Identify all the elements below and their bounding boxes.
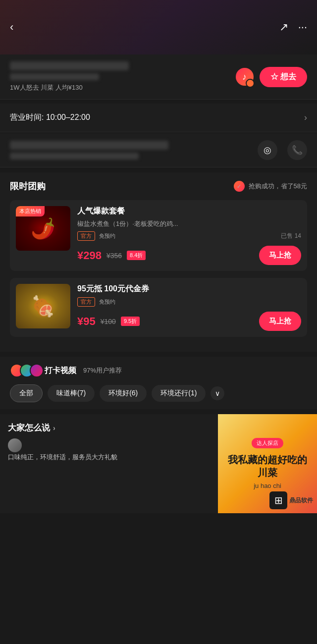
back-button[interactable]: ‹	[10, 21, 13, 34]
address-section: ◎ 📞	[0, 133, 317, 167]
comment-avatar	[8, 438, 22, 452]
comment-user-row	[8, 438, 210, 452]
price-row-1: ¥298 ¥356 8.4折	[77, 249, 146, 262]
more-button[interactable]: ···	[298, 21, 307, 34]
deal-name-2: 95元抵 100元代金券	[77, 284, 301, 294]
deal-content-1: 人气爆款套餐 椒盐水煮鱼（1份）·老板爱吃的鸡... 官方 免预约 已售 14 …	[77, 206, 301, 265]
restaurant-right: ♪ ☆ 想去	[236, 67, 307, 87]
group-buy-title: 限时团购	[10, 180, 46, 192]
group-buy-section: 限时团购 ✓ 抢购成功，省了58元 本店热销 人气爆款套餐 椒盐水煮鱼（1份）·…	[0, 172, 317, 352]
comment-text: 口味纯正，环境舒适，服务员大方礼貌	[8, 452, 210, 463]
restaurant-sub-info: 1W人怒去 川菜 人均¥130	[10, 83, 129, 92]
group-buy-subtitle-text: 抢购成功，省了58元	[249, 182, 307, 191]
deal-desc-1: 椒盐水煮鱼（1份）·老板爱吃的鸡...	[77, 219, 216, 228]
share-button[interactable]: ↗	[279, 21, 288, 34]
business-hours[interactable]: 营业时间: 10:00–22:00 ›	[0, 104, 317, 132]
food-photo-2	[16, 284, 70, 328]
original-price-2: ¥100	[101, 318, 116, 325]
address-line-2	[10, 153, 139, 160]
restaurant-left: 1W人怒去 川菜 人均¥130	[10, 61, 129, 92]
deal-item-1: 本店热销 人气爆款套餐 椒盐水煮鱼（1份）·老板爱吃的鸡... 官方 免预约 已…	[10, 200, 307, 271]
no-reserve-tag-2: 免预约	[99, 298, 115, 306]
current-price-2: ¥95	[77, 315, 96, 328]
group-buy-subtitle: ✓ 抢购成功，省了58元	[234, 181, 307, 192]
price-row-2: ¥95 ¥100 9.5折	[77, 315, 140, 328]
group-buy-header: 限时团购 ✓ 抢购成功，省了58元	[10, 180, 307, 192]
filter-dropdown-button[interactable]: ∨	[211, 386, 224, 400]
restaurant-name-blurred	[10, 61, 129, 70]
discount-badge-2: 9.5折	[121, 317, 140, 326]
navigation-icon: ◎	[264, 145, 271, 156]
discount-badge-1: 8.4折	[127, 251, 146, 260]
header-right-icons: ↗ ···	[279, 21, 307, 34]
navigation-button[interactable]: ◎	[258, 140, 277, 160]
original-price-1: ¥356	[106, 252, 122, 260]
filter-tab-taste[interactable]: 味道棒(7)	[48, 385, 95, 402]
hours-chevron-icon: ›	[304, 112, 307, 123]
comments-arrow-icon: ›	[53, 424, 55, 432]
video-thumb-sub-text: ju hao chi	[254, 482, 281, 489]
address-line-1	[10, 141, 168, 150]
restaurant-info: 1W人怒去 川菜 人均¥130 ♪ ☆ 想去	[0, 54, 317, 100]
deal-name-1: 人气爆款套餐	[77, 206, 301, 216]
address-left	[10, 141, 258, 160]
video-section-title: 打卡视频	[45, 366, 76, 376]
hours-text: 营业时间: 10:00–22:00	[10, 112, 90, 123]
recommend-pct: 97%用户推荐	[83, 366, 122, 375]
no-reserve-tag-1: 免预约	[99, 232, 115, 240]
comments-title: 大家怎么说 ›	[8, 422, 210, 433]
tiktok-icon: ♪	[242, 72, 247, 82]
deal-tags-1: 官方 免预约 已售 14	[77, 231, 301, 241]
success-icon: ✓	[234, 181, 245, 192]
deal-content-2: 95元抵 100元代金券 官方 免预约 ¥95 ¥100 9.5折 马上抢	[77, 284, 301, 331]
current-price-1: ¥298	[77, 249, 102, 262]
filter-tab-env-good[interactable]: 环境好(6)	[100, 385, 147, 402]
watermark: ⊞ 鼎品软件	[269, 491, 313, 509]
sold-count-1: 已售 14	[281, 232, 301, 240]
official-tag-2: 官方	[77, 297, 95, 307]
header: ‹ ↗ ···	[0, 0, 317, 54]
header-left-icons: ‹	[10, 21, 13, 34]
bottom-section: 大家怎么说 › 口味纯正，环境舒适，服务员大方礼貌 达人探店 我私藏的超好吃的川…	[0, 414, 317, 513]
phone-button[interactable]: 📞	[287, 140, 307, 160]
grab-button-1[interactable]: 马上抢	[259, 246, 301, 265]
address-action-icons: ◎ 📞	[258, 140, 307, 160]
want-go-button[interactable]: ☆ 想去	[260, 67, 307, 87]
tiktok-badge: ♪	[236, 68, 254, 86]
video-thumbnail[interactable]: 达人探店 我私藏的超好吃的川菜 ju hao chi ⊞ 鼎品软件	[218, 414, 317, 513]
deal-image-1: 本店热销	[16, 206, 70, 251]
deal-image-2	[16, 284, 70, 328]
deal-item-2: 95元抵 100元代金券 官方 免预约 ¥95 ¥100 9.5折 马上抢	[10, 278, 307, 337]
grab-button-2[interactable]: 马上抢	[259, 312, 301, 331]
deal-bottom-1: ¥298 ¥356 8.4折 马上抢	[77, 246, 301, 265]
deal-bottom-2: ¥95 ¥100 9.5折 马上抢	[77, 312, 301, 331]
watermark-icon: ⊞	[269, 491, 287, 509]
phone-icon: 📞	[292, 145, 303, 156]
official-tag-1: 官方	[77, 231, 95, 241]
user-avatars	[10, 364, 40, 377]
avatar-3	[30, 364, 44, 377]
filter-tab-all[interactable]: 全部	[10, 384, 43, 402]
deal-tags-2: 官方 免预约	[77, 297, 301, 307]
video-header: 打卡视频 97%用户推荐	[10, 364, 307, 377]
watermark-label: 鼎品软件	[289, 496, 313, 505]
comments-section: 大家怎么说 › 口味纯正，环境舒适，服务员大方礼貌	[0, 414, 218, 513]
restaurant-name-blurred-2	[10, 73, 99, 80]
video-section: 打卡视频 97%用户推荐 全部 味道棒(7) 环境好(6) 环境还行(1) ∨	[0, 357, 317, 409]
video-badge: 达人探店	[252, 438, 283, 448]
filter-tabs: 全部 味道棒(7) 环境好(6) 环境还行(1) ∨	[10, 384, 307, 402]
filter-tab-env-ok[interactable]: 环境还行(1)	[152, 385, 206, 402]
comments-title-text: 大家怎么说	[8, 422, 50, 433]
hot-badge-1: 本店热销	[16, 206, 45, 216]
video-thumb-main-text: 我私藏的超好吃的川菜	[228, 453, 307, 479]
